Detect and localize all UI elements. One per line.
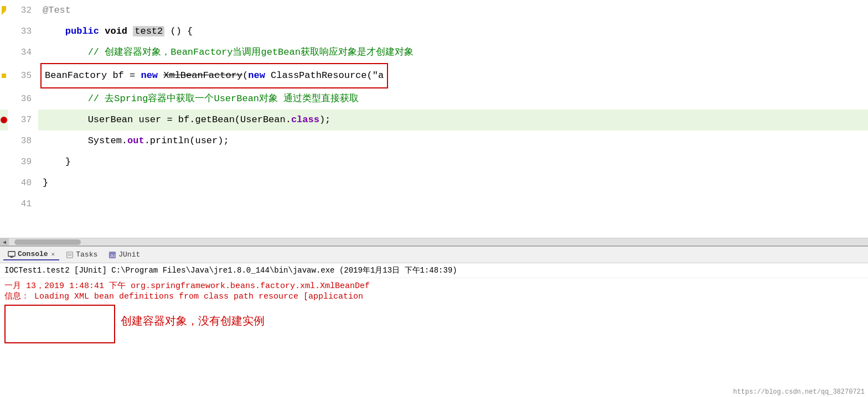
console-red-box	[4, 305, 115, 343]
line-number-34: 34	[8, 42, 38, 63]
console-line-2: 信息： Loading XML bean definitions from cl…	[4, 291, 864, 301]
console-header-text: IOCTest1.test2 [JUnit] C:\Program Files\…	[4, 266, 457, 275]
svg-rect-0	[8, 251, 15, 256]
line-content-33: public void test2 () {	[38, 21, 868, 42]
semicolon-37: );	[319, 114, 330, 125]
keyword-void: void	[105, 26, 127, 36]
console-area: Console ✕ Tasks JU JUnit IOCTest1.test2 …	[0, 245, 868, 397]
line-number-40: 40	[8, 173, 38, 194]
code-line-36: 36 // 去Spring容器中获取一个UserBean对象 通过类型直接获取	[0, 88, 868, 109]
bookmark-icon	[2, 6, 6, 15]
beanfactory-text: BeanFactory bf =	[45, 70, 141, 81]
tab-junit-label: JUnit	[118, 250, 140, 259]
tab-tasks[interactable]: Tasks	[61, 249, 102, 260]
scroll-left-arrow[interactable]: ◀	[0, 238, 9, 246]
space	[158, 70, 163, 81]
line-37-indicator	[0, 117, 8, 123]
scrollbar-thumb[interactable]	[14, 239, 81, 245]
keyword-out: out	[127, 135, 144, 146]
warning-icon	[2, 74, 6, 78]
breakpoint-icon	[1, 117, 7, 123]
tab-console-label: Console	[18, 250, 48, 258]
tab-console[interactable]: Console ✕	[3, 249, 59, 260]
line-content-36: // 去Spring容器中获取一个UserBean对象 通过类型直接获取	[38, 88, 868, 109]
annotation-text: @Test	[43, 5, 71, 15]
comment-34: // 创建容器对象，BeanFactory当调用getBean获取响应对象是才创…	[88, 47, 414, 58]
code-line-34: 34 // 创建容器对象，BeanFactory当调用getBean获取响应对象…	[0, 42, 868, 63]
method-test2: test2	[133, 26, 164, 36]
editor-area: 32 @Test 33 public void test2 () { 34 //…	[0, 0, 868, 238]
line-35-indicator	[0, 74, 8, 78]
close-brace-40: }	[43, 177, 48, 188]
console-header-bar: IOCTest1.test2 [JUnit] C:\Program Files\…	[0, 263, 868, 278]
method-parens: () {	[170, 26, 193, 36]
system-text: System.	[88, 135, 127, 146]
comment-36: // 去Spring容器中获取一个UserBean对象 通过类型直接获取	[88, 93, 359, 104]
console-line-1-text: 一月 13，2019 1:48:41 下午 org.springframewor…	[4, 281, 370, 291]
junit-icon: JU	[108, 251, 116, 259]
keyword-new2: new	[248, 70, 265, 81]
userbean-type: UserBean user = bf.getBean(UserBean.	[88, 114, 291, 125]
code-line-35: 35 BeanFactory bf = new XmlBeanFactory(n…	[0, 63, 868, 88]
line-content-34: // 创建容器对象，BeanFactory当调用getBean获取响应对象是才创…	[38, 42, 868, 63]
line-number-33: 33	[8, 21, 38, 42]
svg-rect-3	[67, 252, 73, 258]
line-content-37: UserBean user = bf.getBean(UserBean.clas…	[38, 109, 868, 130]
console-line-2-text: 信息： Loading XML bean definitions from cl…	[4, 292, 363, 301]
println-text: .println(user);	[144, 135, 229, 146]
line-number-38: 38	[8, 130, 38, 152]
line-content-39: }	[38, 152, 868, 173]
tab-close-icon[interactable]: ✕	[51, 250, 55, 258]
line-number-32: 32	[8, 0, 38, 21]
code-line-38: 38 System.out.println(user);	[0, 130, 868, 152]
status-bar-url: https://blog.csdn.net/qq_38270721	[730, 387, 868, 397]
tab-tasks-label: Tasks	[76, 250, 97, 259]
console-annotation-text: 创建容器对象，没有创建实例	[121, 305, 265, 328]
line-content-40: }	[38, 173, 868, 194]
keyword-class: class	[291, 114, 319, 125]
keyword-public: public	[65, 26, 99, 36]
line-content-41	[38, 194, 868, 215]
code-line-41: 41	[0, 194, 868, 215]
keyword-new: new	[141, 70, 158, 81]
line-35-bordered: BeanFactory bf = new XmlBeanFactory(new …	[40, 63, 388, 88]
console-image-section: 创建容器对象，没有创建实例	[4, 305, 864, 343]
horizontal-scrollbar[interactable]: ◀	[0, 238, 868, 245]
close-brace-39: }	[65, 156, 71, 167]
tasks-icon	[66, 251, 74, 259]
classpathresource-text: ClassPathResource("a	[265, 70, 384, 81]
xmlbeanfactory-text: XmlBeanFactory	[163, 70, 242, 81]
tab-junit[interactable]: JU JUnit	[104, 249, 144, 260]
console-tab-bar: Console ✕ Tasks JU JUnit	[0, 247, 868, 263]
line-32-indicator	[0, 6, 8, 15]
code-line-40: 40 }	[0, 173, 868, 194]
code-line-37: 37 UserBean user = bf.getBean(UserBean.c…	[0, 109, 868, 130]
line-number-41: 41	[8, 194, 38, 215]
line-number-37: 37	[8, 109, 38, 130]
paren-open: (	[242, 70, 248, 81]
line-content-38: System.out.println(user);	[38, 130, 868, 152]
line-number-36: 36	[8, 88, 38, 109]
code-line-32: 32 @Test	[0, 0, 868, 21]
code-line-33: 33 public void test2 () {	[0, 21, 868, 42]
line-content-32: @Test	[38, 0, 868, 21]
url-text: https://blog.csdn.net/qq_38270721	[733, 388, 865, 396]
svg-text:JU: JU	[110, 253, 116, 258]
line-number-35: 35	[8, 65, 38, 86]
code-line-39: 39 }	[0, 152, 868, 173]
console-line-1: 一月 13，2019 1:48:41 下午 org.springframewor…	[4, 280, 864, 291]
line-number-39: 39	[8, 152, 38, 173]
console-icon	[8, 250, 16, 258]
console-output: 一月 13，2019 1:48:41 下午 org.springframewor…	[0, 278, 868, 346]
